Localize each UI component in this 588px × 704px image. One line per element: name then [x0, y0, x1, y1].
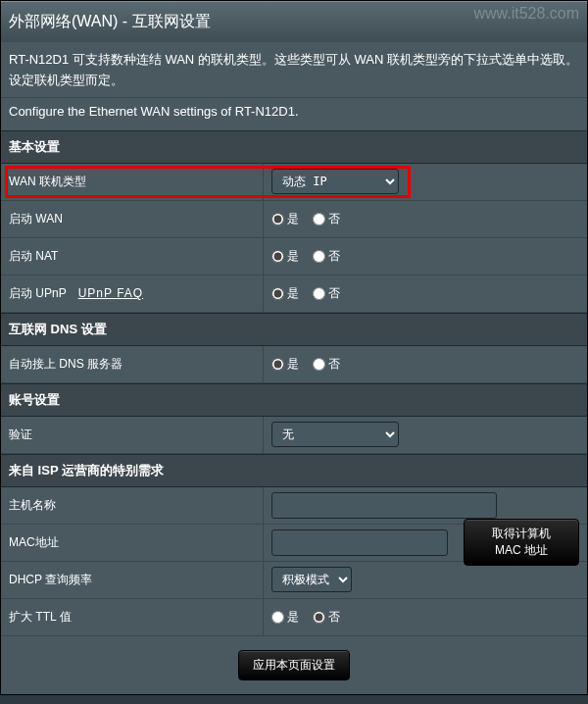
auth-select[interactable]: 无 — [271, 422, 399, 447]
section-isp-title: 来自 ISP 运营商的特别需求 — [1, 454, 587, 487]
row-mac: MAC地址 取得计算机 MAC 地址 — [1, 525, 587, 562]
section-account-title: 账号设置 — [1, 383, 587, 417]
enable-nat-no[interactable]: 否 — [313, 248, 340, 265]
row-auto-dns: 自动接上 DNS 服务器 是 否 — [1, 346, 587, 383]
upnp-faq-link[interactable]: UPnP FAQ — [78, 286, 143, 300]
enable-nat-yes[interactable]: 是 — [271, 248, 299, 265]
row-dhcp-freq: DHCP 查询频率 积极模式 — [1, 562, 587, 599]
enable-nat-label: 启动 NAT — [1, 238, 264, 275]
enable-wan-yes[interactable]: 是 — [271, 211, 299, 227]
dhcp-freq-label: DHCP 查询频率 — [1, 562, 264, 598]
watermark-text: www.it528.com — [473, 5, 579, 23]
intro-text-1: RT-N12D1 可支持数种连结 WAN 的联机类型。这些类型可从 WAN 联机… — [1, 42, 587, 98]
wan-type-label: WAN 联机类型 — [1, 164, 264, 200]
auto-dns-label: 自动接上 DNS 服务器 — [1, 346, 264, 382]
enable-wan-no[interactable]: 否 — [313, 211, 340, 227]
enable-wan-label: 启动 WAN — [1, 201, 264, 237]
section-dns-title: 互联网 DNS 设置 — [1, 313, 587, 346]
row-ttl: 扩大 TTL 值 是 否 — [1, 599, 587, 636]
apply-button[interactable]: 应用本页面设置 — [238, 650, 350, 680]
intro-text-2: Configure the Ethernet WAN settings of R… — [1, 98, 587, 130]
wan-type-select[interactable]: 动态 IP — [271, 169, 399, 194]
mac-input[interactable] — [271, 529, 448, 556]
mac-label: MAC地址 — [1, 525, 264, 561]
row-enable-nat: 启动 NAT 是 否 — [1, 238, 587, 276]
hostname-input[interactable] — [271, 492, 497, 519]
enable-upnp-no[interactable]: 否 — [313, 285, 340, 302]
apply-row: 应用本页面设置 — [1, 636, 587, 694]
row-wan-type: WAN 联机类型 动态 IP — [1, 164, 587, 201]
enable-upnp-label: 启动 UPnP — [9, 285, 67, 302]
section-basic-title: 基本设置 — [1, 130, 587, 164]
get-mac-button[interactable]: 取得计算机 MAC 地址 — [464, 519, 579, 566]
row-enable-upnp: 启动 UPnP UPnP FAQ 是 否 — [1, 276, 587, 313]
dhcp-freq-select[interactable]: 积极模式 — [271, 567, 352, 592]
auto-dns-no[interactable]: 否 — [313, 356, 340, 373]
row-enable-wan: 启动 WAN 是 否 — [1, 201, 587, 238]
ttl-label: 扩大 TTL 值 — [1, 599, 264, 635]
row-auth: 验证 无 — [1, 417, 587, 454]
ttl-yes[interactable]: 是 — [271, 609, 299, 626]
auto-dns-yes[interactable]: 是 — [271, 356, 299, 373]
enable-upnp-yes[interactable]: 是 — [271, 285, 299, 302]
ttl-no[interactable]: 否 — [313, 609, 340, 626]
auth-label: 验证 — [1, 417, 264, 453]
hostname-label: 主机名称 — [1, 487, 264, 524]
